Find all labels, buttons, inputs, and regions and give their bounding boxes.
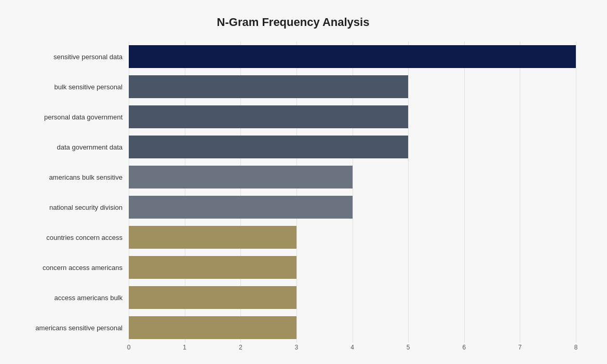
bar-track: [129, 192, 576, 222]
bar-track: [129, 102, 576, 132]
grid-line: [576, 42, 576, 343]
bar-fill: [129, 136, 408, 158]
chart-container: N-Gram Frequency Analysis sensitive pers…: [0, 0, 607, 364]
bar-track: [129, 282, 576, 313]
bar-fill: [129, 45, 576, 68]
bar-row: access americans bulk: [10, 282, 576, 313]
x-axis: 012345678: [129, 344, 576, 356]
bar-fill: [129, 226, 296, 249]
bar-track: [129, 42, 576, 72]
bar-label: data government data: [10, 143, 129, 151]
bar-row: personal data government: [10, 102, 576, 132]
x-tick: 7: [518, 344, 522, 351]
bar-label: countries concern access: [10, 234, 129, 241]
bar-fill: [129, 286, 296, 309]
bar-row: concern access americans: [10, 252, 576, 282]
bar-row: americans bulk sensitive: [10, 162, 576, 192]
bar-track: [129, 132, 576, 162]
x-tick: 1: [183, 344, 186, 351]
bar-label: national security division: [10, 204, 129, 211]
bar-row: national security division: [10, 192, 576, 222]
x-tick: 5: [407, 344, 410, 351]
bar-row: bulk sensitive personal: [10, 72, 576, 102]
bar-fill: [129, 75, 408, 98]
bar-row: countries concern access: [10, 222, 576, 252]
bar-track: [129, 252, 576, 282]
bar-label: bulk sensitive personal: [10, 83, 129, 91]
bar-track: [129, 313, 576, 343]
bar-label: americans bulk sensitive: [10, 173, 129, 181]
bars-area: sensitive personal databulk sensitive pe…: [10, 42, 576, 343]
bar-row: americans sensitive personal: [10, 313, 576, 343]
bar-label: americans sensitive personal: [10, 324, 129, 332]
bar-row: data government data: [10, 132, 576, 162]
bar-label: access americans bulk: [10, 294, 129, 302]
bar-track: [129, 162, 576, 192]
x-tick: 3: [295, 344, 299, 351]
bar-fill: [129, 166, 353, 188]
chart-title: N-Gram Frequency Analysis: [10, 16, 576, 29]
bar-fill: [129, 256, 296, 279]
bar-fill: [129, 105, 408, 128]
bar-track: [129, 72, 576, 102]
bar-label: sensitive personal data: [10, 53, 129, 61]
x-tick: 0: [127, 344, 131, 351]
x-tick: 2: [239, 344, 242, 351]
x-tick: 8: [574, 344, 578, 351]
bar-label: concern access americans: [10, 264, 129, 272]
bar-fill: [129, 196, 353, 219]
bar-track: [129, 222, 576, 252]
x-tick: 4: [350, 344, 354, 351]
bar-fill: [129, 316, 296, 339]
bar-label: personal data government: [10, 113, 129, 121]
bar-row: sensitive personal data: [10, 42, 576, 72]
x-tick: 6: [462, 344, 466, 351]
